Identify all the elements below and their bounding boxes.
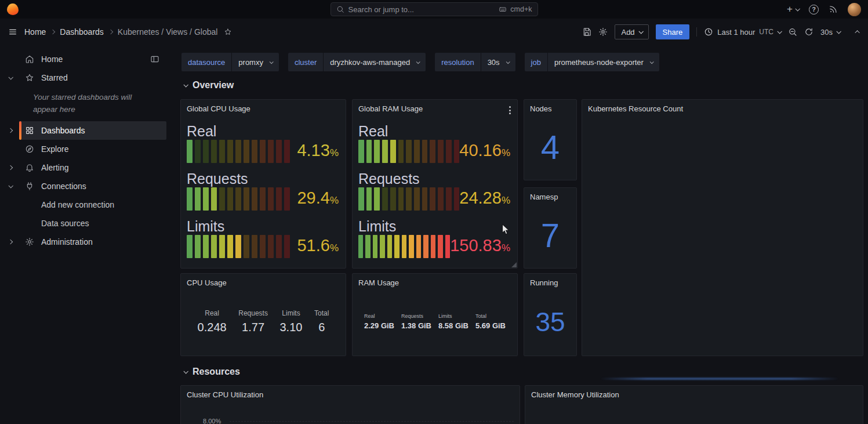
panel-title[interactable]: Cluster Memory Utilization: [525, 386, 863, 400]
panel-menu-button[interactable]: [508, 105, 512, 115]
sidebar-item-home[interactable]: Home: [0, 50, 169, 68]
dashboard-header: Home Dashboards Kubernetes / Views / Glo…: [0, 19, 868, 45]
sidebar-item-explore[interactable]: Explore: [0, 140, 169, 158]
expand-chevron[interactable]: [2, 240, 19, 244]
search-input[interactable]: [348, 5, 495, 14]
sidebar-item-starred[interactable]: Starred: [0, 68, 169, 87]
starred-empty-hint: Your starred dashboards will appear here: [33, 91, 154, 115]
variable-value: 30s: [488, 58, 500, 67]
dashboards-grid-icon: [24, 125, 35, 136]
panel-title[interactable]: Global RAM Usage: [353, 100, 517, 114]
time-range-picker[interactable]: Last 1 hour UTC: [704, 27, 781, 37]
dashboard-canvas: datasource promxy cluster dryzhkov-aws-m…: [169, 45, 868, 424]
news-icon[interactable]: [829, 5, 838, 14]
panel-cluster-cpu-utilization: Cluster CPU Utilization 8.00%: [180, 385, 520, 424]
sidebar-item-alerting[interactable]: Alerting: [0, 158, 169, 177]
panel-title[interactable]: RAM Usage: [353, 274, 517, 288]
toolbar-divider: [696, 27, 697, 37]
sidebar-item-label: Administration: [41, 237, 93, 247]
sidebar-item-label: Connections: [41, 182, 86, 191]
collapse-chevron[interactable]: [2, 184, 19, 188]
variable-value-dropdown[interactable]: promxy: [232, 53, 279, 71]
sidebar-item-label: Data sources: [41, 219, 89, 228]
panel-title[interactable]: CPU Usage: [181, 274, 346, 288]
sidebar-item-dashboards[interactable]: Dashboards: [0, 121, 169, 140]
variable-value-dropdown[interactable]: 30s: [481, 53, 515, 71]
variable-label: resolution: [435, 53, 480, 71]
refresh-interval-picker[interactable]: 30s: [820, 28, 840, 37]
help-button[interactable]: ?: [809, 5, 819, 15]
gear-icon: [24, 237, 35, 247]
variable-value-dropdown[interactable]: prometheus-node-exporter: [548, 53, 659, 71]
panel-resize-handle[interactable]: [511, 262, 517, 267]
variable-label: cluster: [288, 53, 323, 71]
chevron-down-icon: [795, 6, 800, 11]
chevron-down-icon: [183, 82, 188, 87]
favorite-star-button[interactable]: [224, 28, 232, 36]
sidebar-item-data-sources[interactable]: Data sources: [0, 214, 169, 233]
save-dashboard-button[interactable]: [582, 27, 591, 37]
gauge-requests: Requests 24.28%: [358, 170, 511, 211]
collapse-header-button[interactable]: [856, 30, 860, 34]
dock-sidebar-icon[interactable]: [150, 55, 159, 64]
add-menu-button[interactable]: +: [787, 5, 799, 14]
collapse-chevron[interactable]: [2, 76, 19, 79]
add-panel-button[interactable]: Add: [615, 24, 648, 39]
variable-value-dropdown[interactable]: dryzhkov-aws-managed: [324, 53, 426, 71]
panel-title[interactable]: Running: [524, 274, 576, 288]
sidebar-item-label: Starred: [41, 73, 68, 82]
expand-chevron[interactable]: [2, 129, 19, 132]
panel-namespaces: Namesp 7: [524, 187, 577, 269]
menu-toggle-icon[interactable]: [8, 27, 17, 37]
gauge-requests: Requests 29.4%: [187, 170, 340, 211]
home-icon: [24, 54, 35, 64]
gauge-value: 4.13%: [290, 139, 340, 165]
variable-job: job prometheus-node-exporter: [525, 53, 659, 71]
breadcrumb-dashboards[interactable]: Dashboards: [60, 27, 104, 37]
panel-title[interactable]: Namesp: [524, 188, 576, 202]
sidebar-item-label: Home: [41, 55, 63, 64]
chevron-down-icon: [270, 60, 274, 64]
sidebar-item-add-new-connection[interactable]: Add new connection: [0, 195, 169, 214]
panel-global-ram-usage: Global RAM Usage Real 40.16% Requests 24…: [352, 99, 518, 269]
chevron-down-icon: [183, 369, 188, 374]
stat-requests: Requests 1.77: [238, 309, 268, 334]
clock-icon: [704, 27, 713, 37]
sidebar-item-connections[interactable]: Connections: [0, 177, 169, 195]
stat-value: 4: [524, 114, 576, 180]
variable-value: promxy: [238, 58, 263, 67]
panel-title[interactable]: Cluster CPU Utilization: [181, 386, 520, 400]
gauge-value: 29.4%: [290, 186, 340, 212]
panel-running: Running 35: [524, 273, 577, 356]
gauge-label: Limits: [187, 218, 340, 235]
breadcrumb-home[interactable]: Home: [24, 27, 46, 37]
panel-title[interactable]: Global CPU Usage: [181, 100, 346, 114]
gauge-real: Real 4.13%: [187, 122, 340, 163]
zoom-out-time-button[interactable]: [788, 27, 797, 37]
grafana-logo[interactable]: [7, 3, 19, 15]
refresh-button[interactable]: [804, 27, 813, 37]
share-label: Share: [663, 28, 683, 37]
bar-gauge: [358, 187, 459, 211]
sidebar-item-administration[interactable]: Administration: [0, 233, 169, 251]
gauge-label: Real: [358, 122, 511, 140]
section-resources[interactable]: Resources: [184, 367, 240, 377]
top-bar: cmd+k + ?: [0, 0, 868, 19]
panel-nodes: Nodes 4: [524, 99, 577, 180]
dashboard-settings-button[interactable]: [598, 27, 608, 37]
breadcrumb-separator: [50, 30, 55, 34]
chevron-down-icon: [416, 60, 420, 64]
panel-title[interactable]: Nodes: [524, 100, 576, 114]
chart-line-artifact: [600, 378, 839, 380]
chevron-down-icon: [777, 29, 782, 34]
section-overview[interactable]: Overview: [184, 80, 234, 90]
share-button[interactable]: Share: [656, 24, 690, 39]
search-box[interactable]: cmd+k: [331, 2, 538, 16]
expand-chevron[interactable]: [2, 166, 19, 169]
bar-gauge: [187, 140, 290, 163]
panel-title[interactable]: Kubernetes Resource Count: [582, 100, 863, 114]
panel-cpu-usage: CPU Usage Real 0.248 Requests 1.77 Limit…: [180, 273, 346, 356]
breadcrumb: Home Dashboards Kubernetes / Views / Glo…: [24, 27, 232, 37]
nav-sidebar: Home Starred Your starred dashboards wil…: [0, 45, 169, 424]
user-avatar[interactable]: [848, 3, 861, 16]
